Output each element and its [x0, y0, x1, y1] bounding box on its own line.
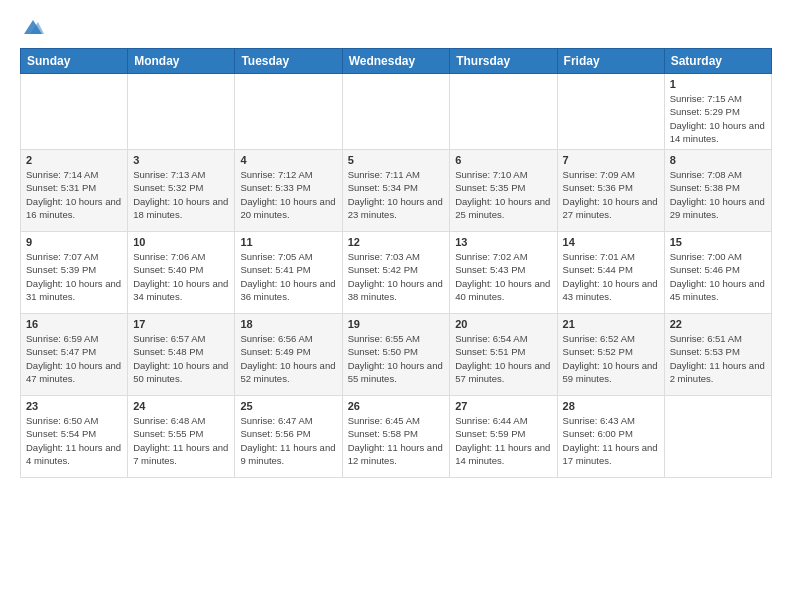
day-info: Sunrise: 6:44 AM Sunset: 5:59 PM Dayligh… — [455, 414, 551, 467]
day-info: Sunrise: 6:55 AM Sunset: 5:50 PM Dayligh… — [348, 332, 445, 385]
day-cell: 3Sunrise: 7:13 AM Sunset: 5:32 PM Daylig… — [128, 150, 235, 232]
day-number: 1 — [670, 78, 766, 90]
day-cell: 17Sunrise: 6:57 AM Sunset: 5:48 PM Dayli… — [128, 314, 235, 396]
day-number: 5 — [348, 154, 445, 166]
logo — [20, 16, 44, 38]
day-number: 18 — [240, 318, 336, 330]
day-info: Sunrise: 6:48 AM Sunset: 5:55 PM Dayligh… — [133, 414, 229, 467]
day-cell: 25Sunrise: 6:47 AM Sunset: 5:56 PM Dayli… — [235, 396, 342, 478]
day-cell: 4Sunrise: 7:12 AM Sunset: 5:33 PM Daylig… — [235, 150, 342, 232]
day-info: Sunrise: 7:02 AM Sunset: 5:43 PM Dayligh… — [455, 250, 551, 303]
day-number: 2 — [26, 154, 122, 166]
day-cell: 8Sunrise: 7:08 AM Sunset: 5:38 PM Daylig… — [664, 150, 771, 232]
day-info: Sunrise: 6:56 AM Sunset: 5:49 PM Dayligh… — [240, 332, 336, 385]
day-number: 25 — [240, 400, 336, 412]
day-cell — [450, 74, 557, 150]
day-info: Sunrise: 6:47 AM Sunset: 5:56 PM Dayligh… — [240, 414, 336, 467]
day-cell: 27Sunrise: 6:44 AM Sunset: 5:59 PM Dayli… — [450, 396, 557, 478]
day-number: 28 — [563, 400, 659, 412]
day-info: Sunrise: 6:59 AM Sunset: 5:47 PM Dayligh… — [26, 332, 122, 385]
day-cell: 9Sunrise: 7:07 AM Sunset: 5:39 PM Daylig… — [21, 232, 128, 314]
day-info: Sunrise: 7:07 AM Sunset: 5:39 PM Dayligh… — [26, 250, 122, 303]
day-info: Sunrise: 7:09 AM Sunset: 5:36 PM Dayligh… — [563, 168, 659, 221]
day-cell — [342, 74, 450, 150]
day-number: 20 — [455, 318, 551, 330]
day-cell — [128, 74, 235, 150]
day-info: Sunrise: 6:52 AM Sunset: 5:52 PM Dayligh… — [563, 332, 659, 385]
day-number: 23 — [26, 400, 122, 412]
day-info: Sunrise: 7:11 AM Sunset: 5:34 PM Dayligh… — [348, 168, 445, 221]
day-cell: 23Sunrise: 6:50 AM Sunset: 5:54 PM Dayli… — [21, 396, 128, 478]
week-row-1: 1Sunrise: 7:15 AM Sunset: 5:29 PM Daylig… — [21, 74, 772, 150]
day-info: Sunrise: 7:10 AM Sunset: 5:35 PM Dayligh… — [455, 168, 551, 221]
calendar: SundayMondayTuesdayWednesdayThursdayFrid… — [20, 48, 772, 478]
day-number: 3 — [133, 154, 229, 166]
day-info: Sunrise: 6:51 AM Sunset: 5:53 PM Dayligh… — [670, 332, 766, 385]
day-cell: 15Sunrise: 7:00 AM Sunset: 5:46 PM Dayli… — [664, 232, 771, 314]
day-info: Sunrise: 7:12 AM Sunset: 5:33 PM Dayligh… — [240, 168, 336, 221]
day-cell: 16Sunrise: 6:59 AM Sunset: 5:47 PM Dayli… — [21, 314, 128, 396]
col-header-friday: Friday — [557, 49, 664, 74]
day-info: Sunrise: 7:13 AM Sunset: 5:32 PM Dayligh… — [133, 168, 229, 221]
day-number: 11 — [240, 236, 336, 248]
week-row-2: 2Sunrise: 7:14 AM Sunset: 5:31 PM Daylig… — [21, 150, 772, 232]
day-info: Sunrise: 6:43 AM Sunset: 6:00 PM Dayligh… — [563, 414, 659, 467]
day-number: 16 — [26, 318, 122, 330]
day-info: Sunrise: 6:54 AM Sunset: 5:51 PM Dayligh… — [455, 332, 551, 385]
day-cell: 10Sunrise: 7:06 AM Sunset: 5:40 PM Dayli… — [128, 232, 235, 314]
col-header-thursday: Thursday — [450, 49, 557, 74]
day-cell: 6Sunrise: 7:10 AM Sunset: 5:35 PM Daylig… — [450, 150, 557, 232]
day-cell — [557, 74, 664, 150]
col-header-sunday: Sunday — [21, 49, 128, 74]
day-info: Sunrise: 7:03 AM Sunset: 5:42 PM Dayligh… — [348, 250, 445, 303]
day-number: 17 — [133, 318, 229, 330]
day-cell — [235, 74, 342, 150]
day-number: 24 — [133, 400, 229, 412]
day-number: 14 — [563, 236, 659, 248]
day-cell — [21, 74, 128, 150]
day-cell: 12Sunrise: 7:03 AM Sunset: 5:42 PM Dayli… — [342, 232, 450, 314]
day-cell: 26Sunrise: 6:45 AM Sunset: 5:58 PM Dayli… — [342, 396, 450, 478]
day-info: Sunrise: 7:01 AM Sunset: 5:44 PM Dayligh… — [563, 250, 659, 303]
col-header-saturday: Saturday — [664, 49, 771, 74]
day-cell: 18Sunrise: 6:56 AM Sunset: 5:49 PM Dayli… — [235, 314, 342, 396]
day-cell: 20Sunrise: 6:54 AM Sunset: 5:51 PM Dayli… — [450, 314, 557, 396]
day-number: 6 — [455, 154, 551, 166]
day-cell: 19Sunrise: 6:55 AM Sunset: 5:50 PM Dayli… — [342, 314, 450, 396]
day-cell: 22Sunrise: 6:51 AM Sunset: 5:53 PM Dayli… — [664, 314, 771, 396]
day-cell: 24Sunrise: 6:48 AM Sunset: 5:55 PM Dayli… — [128, 396, 235, 478]
day-number: 4 — [240, 154, 336, 166]
day-number: 26 — [348, 400, 445, 412]
day-info: Sunrise: 7:08 AM Sunset: 5:38 PM Dayligh… — [670, 168, 766, 221]
day-info: Sunrise: 7:14 AM Sunset: 5:31 PM Dayligh… — [26, 168, 122, 221]
week-row-5: 23Sunrise: 6:50 AM Sunset: 5:54 PM Dayli… — [21, 396, 772, 478]
day-number: 8 — [670, 154, 766, 166]
calendar-header-row: SundayMondayTuesdayWednesdayThursdayFrid… — [21, 49, 772, 74]
week-row-3: 9Sunrise: 7:07 AM Sunset: 5:39 PM Daylig… — [21, 232, 772, 314]
page: SundayMondayTuesdayWednesdayThursdayFrid… — [0, 0, 792, 494]
day-info: Sunrise: 7:15 AM Sunset: 5:29 PM Dayligh… — [670, 92, 766, 145]
day-number: 12 — [348, 236, 445, 248]
col-header-tuesday: Tuesday — [235, 49, 342, 74]
day-number: 13 — [455, 236, 551, 248]
day-number: 27 — [455, 400, 551, 412]
day-number: 10 — [133, 236, 229, 248]
day-cell: 1Sunrise: 7:15 AM Sunset: 5:29 PM Daylig… — [664, 74, 771, 150]
day-cell: 14Sunrise: 7:01 AM Sunset: 5:44 PM Dayli… — [557, 232, 664, 314]
day-number: 7 — [563, 154, 659, 166]
day-number: 9 — [26, 236, 122, 248]
day-info: Sunrise: 6:50 AM Sunset: 5:54 PM Dayligh… — [26, 414, 122, 467]
day-cell: 11Sunrise: 7:05 AM Sunset: 5:41 PM Dayli… — [235, 232, 342, 314]
day-cell: 21Sunrise: 6:52 AM Sunset: 5:52 PM Dayli… — [557, 314, 664, 396]
day-number: 15 — [670, 236, 766, 248]
day-info: Sunrise: 7:00 AM Sunset: 5:46 PM Dayligh… — [670, 250, 766, 303]
week-row-4: 16Sunrise: 6:59 AM Sunset: 5:47 PM Dayli… — [21, 314, 772, 396]
day-cell: 5Sunrise: 7:11 AM Sunset: 5:34 PM Daylig… — [342, 150, 450, 232]
day-info: Sunrise: 7:06 AM Sunset: 5:40 PM Dayligh… — [133, 250, 229, 303]
day-cell: 2Sunrise: 7:14 AM Sunset: 5:31 PM Daylig… — [21, 150, 128, 232]
header — [20, 16, 772, 38]
logo-icon — [22, 16, 44, 38]
day-number: 19 — [348, 318, 445, 330]
day-cell — [664, 396, 771, 478]
day-info: Sunrise: 6:45 AM Sunset: 5:58 PM Dayligh… — [348, 414, 445, 467]
